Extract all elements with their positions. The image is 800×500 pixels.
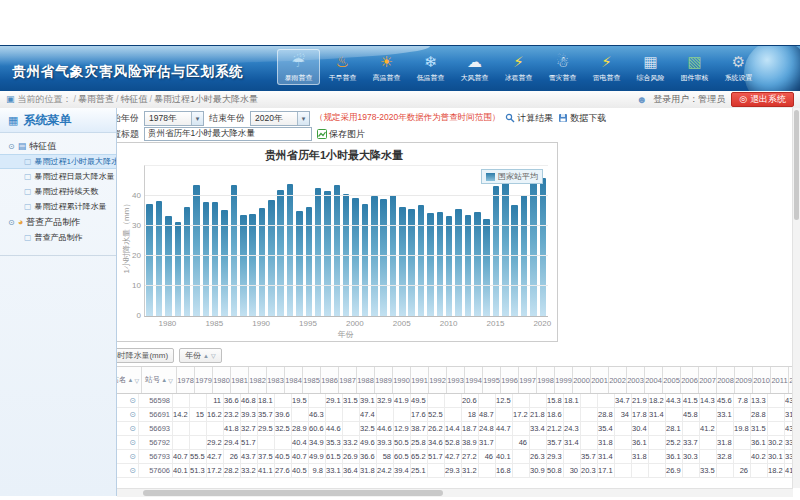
station-id-cell: 56598 <box>139 394 173 407</box>
tree-item-暴雨过程1小时最大降水量[interactable]: ▢暴雨过程1小时最大降水量 <box>0 154 116 169</box>
breadcrumb-item-1[interactable]: 特征值 <box>121 94 148 104</box>
year-header-1993[interactable]: 1993 <box>447 367 465 393</box>
year-header-2010[interactable]: 2010 <box>753 367 771 393</box>
year-header-1992[interactable]: 1992 <box>429 367 447 393</box>
year-header-1996[interactable]: 1996 <box>501 367 519 393</box>
year-header-1989[interactable]: 1989 <box>375 367 393 393</box>
nav-item-低温普查[interactable]: ❄低温普查 <box>409 49 452 85</box>
year-header-1984[interactable]: 1984 <box>285 367 303 393</box>
nav-item-高温普查[interactable]: ☀高温普查 <box>365 49 408 85</box>
year-header-2001[interactable]: 2001 <box>591 367 609 393</box>
horizontal-scrollbar[interactable] <box>117 488 793 497</box>
value-cell-2009: 14.3 <box>700 394 717 407</box>
bar-1981 <box>175 222 182 317</box>
year-header-1981[interactable]: 1981 <box>231 367 249 393</box>
value-cell-2010 <box>717 464 734 477</box>
year-header-1997[interactable]: 1997 <box>519 367 537 393</box>
station-id-cell: 56792 <box>139 436 173 449</box>
station-id-header[interactable]: 站号▲▽ <box>142 367 177 393</box>
row-expand-cell[interactable]: ⊙ <box>117 464 139 477</box>
bar-1983 <box>193 185 200 316</box>
nav-item-干旱普查[interactable]: ♨干旱普查 <box>321 49 364 85</box>
value-cell-2002 <box>581 422 598 435</box>
year-header-2005[interactable]: 2005 <box>663 367 681 393</box>
year-header-2008[interactable]: 2008 <box>717 367 735 393</box>
year-header-1999[interactable]: 1999 <box>555 367 573 393</box>
tree-folder-0[interactable]: ⊙▤特征值 <box>0 138 116 154</box>
year-header-1988[interactable]: 1988 <box>357 367 375 393</box>
y-tick-label: 40 <box>117 191 141 200</box>
year-header-2006[interactable]: 2006 <box>681 367 699 393</box>
bar-1991 <box>268 200 275 316</box>
station-id-cell: 56691 <box>139 408 173 421</box>
column-field-chip[interactable]: 年份▲▽ <box>179 348 222 363</box>
row-expand-cell[interactable]: ⊙ <box>117 436 139 449</box>
year-header-1978[interactable]: 1978 <box>177 367 195 393</box>
nav-item-暴雨普查[interactable]: ☔暴雨普查 <box>277 49 320 85</box>
data-download-button[interactable]: 数据下载 <box>558 112 606 125</box>
save-image-button[interactable]: 保存图片 <box>317 128 365 141</box>
bar-2003 <box>380 199 387 316</box>
year-header-1982[interactable]: 1982 <box>249 367 267 393</box>
breadcrumb-item-2[interactable]: 暴雨过程1小时最大降水量 <box>154 94 258 104</box>
nav-item-综合风险[interactable]: ▦综合风险 <box>629 49 672 85</box>
row-expand-cell[interactable]: ⊙ <box>117 450 139 463</box>
year-header-2003[interactable]: 2003 <box>627 367 645 393</box>
year-header-1983[interactable]: 1983 <box>267 367 285 393</box>
breadcrumb-item-0[interactable]: 暴雨普查 <box>78 94 114 104</box>
end-year-select[interactable]: 2020年▾ <box>250 111 310 126</box>
year-header-2009[interactable]: 2009 <box>735 367 753 393</box>
year-header-1980[interactable]: 1980 <box>213 367 231 393</box>
year-header-1995[interactable]: 1995 <box>483 367 501 393</box>
vertical-scrollbar[interactable] <box>792 108 800 488</box>
expand-icon[interactable]: ⊙ <box>8 218 15 227</box>
year-header-1994[interactable]: 1994 <box>465 367 483 393</box>
year-header-1998[interactable]: 1998 <box>537 367 555 393</box>
row-expand-cell[interactable]: ⊙ <box>117 422 139 435</box>
tree-item-暴雨过程持续天数[interactable]: ▢暴雨过程持续天数 <box>0 184 116 199</box>
year-header-2007[interactable]: 2007 <box>699 367 717 393</box>
nav-item-雪灾普查[interactable]: ☃雪灾普查 <box>541 49 584 85</box>
value-cell-1991: 60.5 <box>394 450 411 463</box>
year-header-1985[interactable]: 1985 <box>303 367 321 393</box>
tree-item-暴雨过程累计降水量[interactable]: ▢暴雨过程累计降水量 <box>0 199 116 214</box>
sort-asc-icon: ▲ <box>127 377 133 383</box>
user-box: ☻ 登录用户：管理员 ◎退出系统 <box>637 91 794 108</box>
nav-item-雷电普查[interactable]: ⚡雷电普查 <box>585 49 628 85</box>
expand-icon[interactable]: ⊙ <box>8 142 15 151</box>
year-header-2002[interactable]: 2002 <box>609 367 627 393</box>
vertical-scrollbar-thumb[interactable] <box>794 110 799 220</box>
value-cell-1992: 17.6 <box>411 408 428 421</box>
nav-item-系统设置[interactable]: ⚙系统设置 <box>717 49 760 85</box>
station-name-header[interactable]: 站名▲▽ <box>117 367 142 393</box>
year-header-1979[interactable]: 1979 <box>195 367 213 393</box>
row-expand-cell[interactable]: ⊙ <box>117 408 139 421</box>
logout-button[interactable]: ◎退出系统 <box>731 92 794 107</box>
value-cell-1997: 40.1 <box>496 450 513 463</box>
chart-title-input[interactable] <box>144 127 312 141</box>
y-tick-label: 30 <box>117 221 141 230</box>
tree-item-普查产品制作[interactable]: ▢普查产品制作 <box>0 230 116 245</box>
nav-item-图件审核[interactable]: ▧图件审核 <box>673 49 716 85</box>
tree-folder-1[interactable]: ⊙◕普查产品制作 <box>0 214 116 230</box>
calc-result-button[interactable]: 计算结果 <box>505 112 553 125</box>
horizontal-scrollbar-thumb[interactable] <box>143 490 443 496</box>
year-header-1986[interactable]: 1986 <box>321 367 339 393</box>
breadcrumb-separator: / <box>74 94 77 104</box>
year-header-1990[interactable]: 1990 <box>393 367 411 393</box>
data-field-chip[interactable]: 1小时降水量(mm) <box>117 348 174 363</box>
year-header-1991[interactable]: 1991 <box>411 367 429 393</box>
year-header-1987[interactable]: 1987 <box>339 367 357 393</box>
start-year-select[interactable]: 1978年▾ <box>144 111 204 126</box>
year-header-2004[interactable]: 2004 <box>645 367 663 393</box>
year-header-2011[interactable]: 2011 <box>771 367 789 393</box>
value-cell-2005: 21.9 <box>632 394 649 407</box>
year-header-2000[interactable]: 2000 <box>573 367 591 393</box>
row-expand-cell[interactable]: ⊙ <box>117 394 139 407</box>
tree-item-暴雨过程日最大降水量[interactable]: ▢暴雨过程日最大降水量 <box>0 169 116 184</box>
nav-item-大风普查[interactable]: ☁大风普查 <box>453 49 496 85</box>
value-cell-1992: 65.2 <box>411 450 428 463</box>
nav-item-冰雹普查[interactable]: ⚡冰雹普查 <box>497 49 540 85</box>
nav-item-label: 图件审核 <box>676 73 714 82</box>
value-cell-1996 <box>479 394 496 407</box>
